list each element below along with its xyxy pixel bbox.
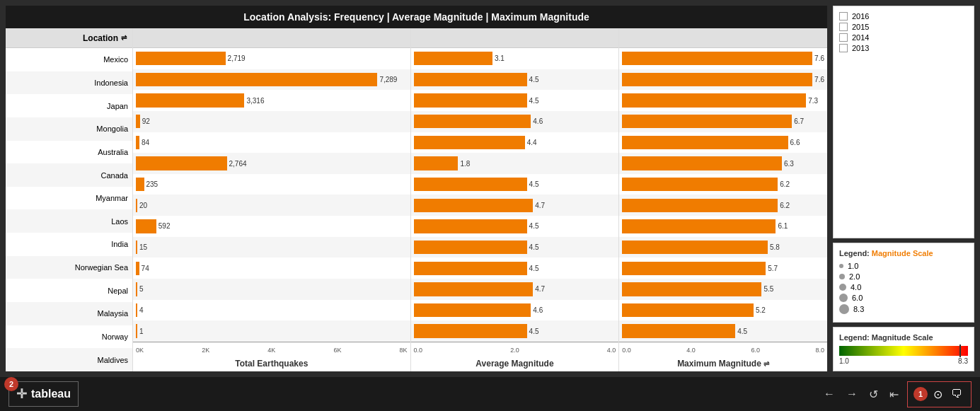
avg-mag-chart: 3.14.54.54.64.41.84.54.74.54.54.54.74.64…	[411, 28, 620, 371]
three-charts: 2,7197,2893,31692842,764235205921574541 …	[133, 28, 827, 371]
bar-label: 2,764	[229, 160, 247, 168]
chart-body: Location ⇌ MexicoIndonesiaJapanMongoliaA…	[6, 28, 827, 371]
bar	[414, 178, 527, 191]
max-mag-bars: 7.67.67.36.76.66.36.26.26.15.85.75.55.24…	[619, 48, 827, 342]
gradient-labels: 1.0 8.3	[839, 357, 968, 365]
bar	[622, 199, 778, 212]
bar-label: 84	[142, 139, 149, 146]
gradient-legend-title: Legend: Magnitude Scale	[839, 333, 968, 342]
bar-row: 74	[133, 257, 410, 279]
footer-right: ← → ↺ ⇤ 1 ⊙ 🗨	[821, 381, 972, 407]
total-eq-bars: 2,7197,2893,31692842,764235205921574541	[133, 48, 410, 342]
bar	[622, 136, 788, 149]
legend-item: 1.0	[839, 262, 968, 270]
bar-row: 3.1	[411, 48, 619, 69]
tableau-wrapper: 2 ✛ tableau	[8, 381, 79, 407]
location-row: Canada	[6, 163, 132, 187]
chart-title: Location Analysis: Frequency | Average M…	[6, 6, 827, 28]
bar-label: 3.1	[495, 54, 505, 62]
comment-button[interactable]: 🗨	[948, 385, 965, 403]
bar-row: 20	[133, 195, 410, 216]
gradient-bar	[839, 346, 968, 356]
sort-icon[interactable]: ⇌	[121, 34, 127, 42]
tableau-logo-text: tableau	[31, 388, 71, 400]
bar	[622, 324, 735, 337]
year-checkbox[interactable]	[839, 23, 848, 31]
magnitude-dot	[839, 304, 849, 314]
location-row: Maldives	[6, 348, 132, 371]
bar	[622, 52, 812, 65]
bar-row: 2,764	[133, 153, 410, 174]
bar-label: 4.5	[529, 265, 539, 272]
bar-row: 4.6	[411, 111, 619, 132]
bar-row: 4.6	[411, 300, 619, 321]
tableau-logo[interactable]: ✛ tableau	[8, 381, 79, 407]
max-mag-chart: 7.67.67.36.76.66.36.26.26.15.85.75.55.24…	[619, 28, 827, 371]
location-header[interactable]: Location ⇌	[6, 28, 132, 48]
chart-section: 2,7197,2893,31692842,764235205921574541 …	[133, 28, 827, 371]
bar-label: 6.3	[784, 160, 794, 168]
location-row: Norwegian Sea	[6, 256, 132, 279]
magnitude-label: 4.0	[851, 283, 861, 291]
year-checkbox[interactable]	[839, 44, 848, 52]
bar	[622, 219, 776, 233]
bar-label: 7.3	[808, 97, 818, 105]
skip-button[interactable]: ⇤	[887, 385, 901, 404]
bar-label: 6.6	[790, 139, 800, 146]
bar	[414, 156, 459, 170]
bar	[414, 93, 527, 107]
bar-label: 1.8	[460, 160, 470, 168]
bar	[414, 73, 527, 86]
forward-button[interactable]: →	[843, 385, 860, 403]
year-box: 2016201520142013	[833, 6, 974, 238]
total-eq-axis: 0K2K4K6K8K	[133, 342, 410, 357]
bar	[136, 136, 139, 149]
bar	[622, 73, 812, 86]
bar	[136, 262, 139, 275]
bar	[136, 52, 226, 65]
main-container: Location Analysis: Frequency | Average M…	[0, 0, 980, 411]
share-button[interactable]: ⊙	[930, 385, 945, 404]
avg-mag-header	[411, 28, 619, 48]
bar-label: 4.5	[529, 76, 539, 83]
bar-row: 7.3	[619, 90, 827, 111]
bar-row: 5.8	[619, 237, 827, 258]
bar-label: 4.4	[527, 139, 537, 146]
max-mag-axis-labels: 0.04.06.08.0	[622, 347, 824, 354]
bar	[414, 52, 492, 65]
year-checkbox[interactable]	[839, 33, 848, 42]
bar	[622, 241, 768, 254]
bar-row: 15	[133, 237, 410, 258]
bar-row: 4.5	[411, 257, 619, 279]
bar-label: 4.7	[535, 202, 545, 209]
refresh-button[interactable]: ↺	[866, 385, 881, 404]
back-button[interactable]: ←	[821, 385, 838, 403]
bar-row: 84	[133, 132, 410, 154]
location-row: Norway	[6, 325, 132, 349]
year-label: 2014	[852, 33, 869, 42]
location-column: Location ⇌ MexicoIndonesiaJapanMongoliaA…	[6, 28, 133, 371]
location-row: Malaysia	[6, 302, 132, 325]
location-row: India	[6, 233, 132, 256]
legend-item: 6.0	[839, 294, 968, 302]
magnitude-label: 1.0	[848, 262, 858, 270]
bar-label: 6.2	[780, 202, 790, 209]
bar	[622, 178, 778, 191]
bar-label: 4.7	[535, 285, 545, 293]
bar-row: 92	[133, 111, 410, 132]
bar-label: 74	[142, 265, 149, 272]
bar-row: 3,316	[133, 90, 410, 111]
bar-row: 5.7	[619, 257, 827, 279]
bar-label: 6.1	[778, 222, 788, 230]
year-label: 2016	[852, 12, 869, 21]
bar-row: 6.3	[619, 153, 827, 174]
magnitude-legend-title: Legend: Magnitude Scale	[839, 249, 968, 257]
location-row: Nepal	[6, 279, 132, 302]
bar-label: 6.2	[780, 180, 790, 188]
bar-label: 4.5	[529, 243, 539, 251]
gradient-legend: Legend: Magnitude Scale 1.0 8.3	[833, 327, 974, 371]
year-checkbox[interactable]	[839, 12, 848, 21]
location-row: Mongolia	[6, 117, 132, 141]
bar-label: 592	[158, 222, 171, 230]
legend-item: 4.0	[839, 283, 968, 291]
